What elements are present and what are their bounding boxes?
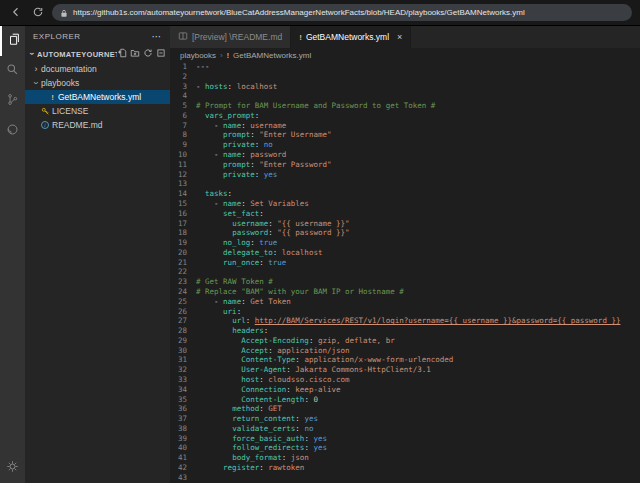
settings-button[interactable] <box>0 453 25 483</box>
line-number: 42 <box>176 463 196 473</box>
code-line: 42 register: rawtoken <box>170 463 640 473</box>
source-control-activity-button[interactable] <box>0 86 25 116</box>
line-number: 38 <box>176 424 196 434</box>
line-number: 27 <box>176 316 196 326</box>
code-line: 22 <box>170 267 640 277</box>
breadcrumb-filename[interactable]: GetBAMNetworks.yml <box>233 51 311 60</box>
browser-chrome: https://github1s.com/automateyournetwork… <box>0 0 640 26</box>
back-arrow-icon <box>10 4 22 22</box>
code-line: 28 headers: <box>170 326 640 336</box>
code-line: 8 prompt: "Enter Username" <box>170 130 640 140</box>
line-number: 26 <box>176 307 196 317</box>
line-number: 10 <box>176 150 196 160</box>
code-line: 20 delegate_to: localhost <box>170 248 640 258</box>
line-number: 21 <box>176 258 196 268</box>
line-number: 25 <box>176 297 196 307</box>
reload-button[interactable] <box>30 5 46 21</box>
code-line: 3- hosts: localhost <box>170 82 640 92</box>
tab-getbamnetworks-yml[interactable]: ! GetBAMNetworks.yml × <box>291 26 411 48</box>
sidebar-item-getbamnetworks-yml[interactable]: ! GetBAMNetworks.yml <box>25 90 170 104</box>
code-line: 26 uri: <box>170 307 640 317</box>
code-line: 18 password: "{{ password }}" <box>170 228 640 238</box>
line-number: 36 <box>176 404 196 414</box>
sidebar-item-documentation[interactable]: › documentation <box>25 62 170 76</box>
code-line: 2 <box>170 72 640 82</box>
sidebar-item-readme[interactable]: i README.md <box>25 118 170 132</box>
editor-group: [Preview] \README.md ! GetBAMNetworks.ym… <box>170 26 640 483</box>
line-number: 34 <box>176 385 196 395</box>
code-line: 24# Replace "BAM" with your BAM IP or Ho… <box>170 287 640 297</box>
code-line: 25 - name: Get Token <box>170 297 640 307</box>
code-line: 30 Accept: application/json <box>170 346 640 356</box>
code-line: 27 url: http://BAM/Services/REST/v1/logi… <box>170 316 640 326</box>
code-line: 14 tasks: <box>170 189 640 199</box>
code-line: 12 private: yes <box>170 170 640 180</box>
license-key-icon <box>41 107 52 116</box>
code-line: 10 - name: password <box>170 150 640 160</box>
code-line: 9 private: no <box>170 140 640 150</box>
breadcrumb-playbooks[interactable]: playbooks <box>180 51 216 60</box>
yaml-file-icon: ! <box>47 93 58 102</box>
search-icon <box>6 62 19 80</box>
code-line: 36 method: GET <box>170 404 640 414</box>
new-file-icon[interactable] <box>117 48 127 60</box>
more-actions-icon[interactable]: ⋯ <box>152 31 163 42</box>
line-number: 23 <box>176 277 196 287</box>
gear-icon <box>6 459 19 477</box>
activity-bar <box>0 26 25 483</box>
code-line: 23# Get RAW Token # <box>170 277 640 287</box>
code-line: 34 Connection: keep-alive <box>170 385 640 395</box>
code-line: 11 prompt: "Enter Password" <box>170 160 640 170</box>
sidebar-item-playbooks[interactable]: › playbooks <box>25 76 170 90</box>
line-number: 22 <box>176 267 196 277</box>
line-number: 43 <box>176 473 196 483</box>
url-bar[interactable]: https://github1s.com/automateyournetwork… <box>52 4 632 21</box>
line-number: 37 <box>176 414 196 424</box>
collapse-all-icon[interactable] <box>156 48 166 60</box>
line-number: 31 <box>176 355 196 365</box>
line-number: 39 <box>176 434 196 444</box>
sidebar-item-license[interactable]: LICENSE <box>25 104 170 118</box>
line-number: 18 <box>176 228 196 238</box>
browser-window: https://github1s.com/automateyournetwork… <box>0 0 640 483</box>
tab-readme-preview[interactable]: [Preview] \README.md <box>170 26 291 48</box>
line-number: 8 <box>176 130 196 140</box>
breadcrumb: playbooks › ! GetBAMNetworks.yml <box>170 48 640 62</box>
code-line: 33 host: cloudsso.cisco.com <box>170 375 640 385</box>
code-line: 37 return_content: yes <box>170 414 640 424</box>
line-number: 14 <box>176 189 196 199</box>
chevron-down-icon: › <box>27 49 37 59</box>
line-number: 3 <box>176 82 196 92</box>
code-line: 39 force_basic_auth: yes <box>170 434 640 444</box>
markdown-preview-icon <box>178 31 188 43</box>
close-tab-icon[interactable]: × <box>397 32 402 42</box>
code-line: 31 Content-Type: application/x-www-form-… <box>170 355 640 365</box>
code-line: 41 body_format: json <box>170 453 640 463</box>
refresh-icon[interactable] <box>143 48 153 60</box>
url-text: https://github1s.com/automateyournetwork… <box>73 8 525 17</box>
line-number: 33 <box>176 375 196 385</box>
line-number: 32 <box>176 365 196 375</box>
code-line: 19 no_log: true <box>170 238 640 248</box>
code-editor[interactable]: 1---23- hosts: localhost45# Prompt for B… <box>170 62 640 483</box>
search-activity-button[interactable] <box>0 56 25 86</box>
explorer-activity-button[interactable] <box>0 26 25 56</box>
explorer-title: EXPLORER <box>33 32 81 41</box>
code-line: 15 - name: Set Variables <box>170 199 640 209</box>
line-number: 11 <box>176 160 196 170</box>
explorer-sidebar: EXPLORER ⋯ › AUTOMATEYOURNETWORK/B... › … <box>25 26 170 483</box>
github-activity-button[interactable] <box>0 116 25 146</box>
code-line: 38 validate_certs: no <box>170 424 640 434</box>
back-button[interactable] <box>8 5 24 21</box>
line-number: 12 <box>176 170 196 180</box>
code-line: 4 <box>170 91 640 101</box>
code-line: 35 Content-Length: 0 <box>170 395 640 405</box>
tree-root-row[interactable]: › AUTOMATEYOURNETWORK/B... <box>25 46 170 62</box>
new-folder-icon[interactable] <box>130 48 140 60</box>
line-number: 15 <box>176 199 196 209</box>
tab-bar: [Preview] \README.md ! GetBAMNetworks.ym… <box>170 26 640 48</box>
line-number: 29 <box>176 336 196 346</box>
code-line: 7 - name: username <box>170 121 640 131</box>
line-number: 16 <box>176 209 196 219</box>
code-line: 40 follow_redirects: yes <box>170 443 640 453</box>
